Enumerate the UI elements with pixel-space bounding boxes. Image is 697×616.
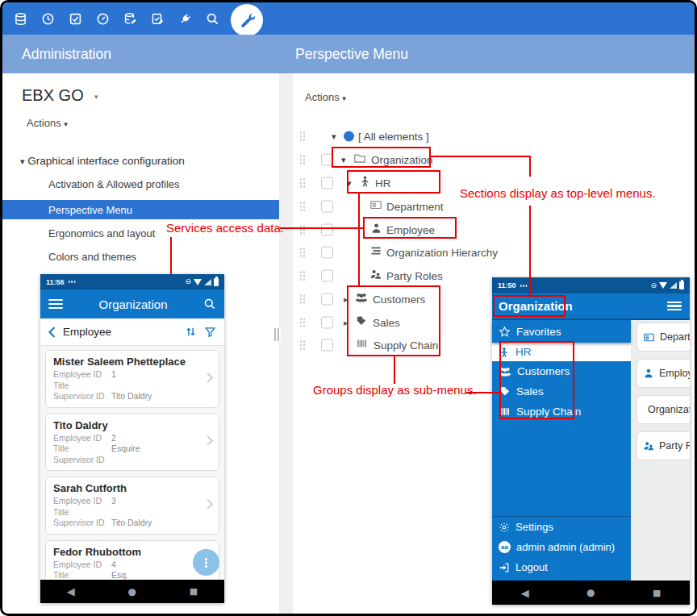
tree-node-graphical-config[interactable]: ▾ Graphical interface configuration — [20, 155, 185, 167]
phone-status-bar: 11:50 ⊖ — [492, 277, 690, 293]
phone-side-menu: Favorites HR Customers Sales Supply Chai… — [492, 320, 631, 581]
sort-icon — [185, 326, 197, 338]
drag-handle-icon[interactable] — [299, 318, 306, 328]
caret-down-icon[interactable]: ▾ — [341, 156, 346, 164]
star-icon — [499, 326, 511, 338]
tree-row-employee[interactable]: Employee — [293, 219, 697, 240]
row-checkbox[interactable] — [321, 154, 333, 166]
wifi-icon — [194, 279, 202, 285]
sidebar-item-activation[interactable]: Activation & Allowed profiles — [48, 178, 180, 190]
row-checkbox[interactable] — [321, 201, 333, 213]
row-checkbox[interactable] — [321, 293, 333, 306]
submenu-card-employee: Employee — [636, 359, 690, 388]
row-checkbox[interactable] — [321, 247, 333, 259]
people-group-icon — [355, 291, 368, 307]
caret-right-icon[interactable]: ▸ — [344, 295, 348, 304]
phone-status-bar: 11:56 ⊖ — [40, 274, 224, 289]
phone-list-toolbar: Employee — [40, 318, 224, 346]
hamburger-menu-icon — [667, 302, 682, 311]
drag-handle-icon[interactable] — [299, 225, 306, 235]
panel-resize-handle[interactable] — [274, 328, 281, 341]
field-value: 3 — [111, 496, 116, 507]
sidebar-item-colors[interactable]: Colors and themes — [48, 251, 136, 263]
tree-row-organization[interactable]: ▾ Organization — [293, 149, 697, 170]
tree-row-org-hierarchy[interactable]: Organization Hierarchy — [293, 242, 697, 263]
workflow-edit-icon[interactable] — [144, 2, 171, 35]
drag-handle-icon[interactable] — [299, 294, 306, 305]
left-actions-menu[interactable]: Actions ▾ — [27, 117, 68, 129]
database-icon[interactable] — [6, 2, 34, 35]
tree-row-all-elements[interactable]: ▾ [ All elements ] — [293, 126, 697, 147]
phone-menu-header: Organization — [492, 293, 690, 320]
drag-handle-icon[interactable] — [299, 131, 306, 142]
right-actions-menu[interactable]: Actions ▾ — [305, 91, 346, 103]
drag-handle-icon[interactable] — [299, 155, 306, 165]
drag-handle-icon[interactable] — [299, 271, 306, 281]
submenu-label: Party Roles — [659, 440, 690, 452]
left-section-title: Administration — [22, 35, 111, 73]
drag-handle-icon[interactable] — [299, 202, 306, 212]
phone-submenu-panel: Department Employee Organization Hierarc… — [631, 320, 690, 581]
submenu-card-org-hierarchy: Organization Hierarchy — [636, 395, 690, 424]
drag-handle-icon[interactable] — [299, 248, 306, 258]
row-checkbox[interactable] — [321, 224, 333, 236]
caret-down-icon[interactable]: ▾ — [347, 179, 352, 188]
task-check-icon[interactable] — [61, 2, 89, 35]
android-nav-bar: ◀ ● ■ — [40, 580, 224, 603]
submenu-label: Employee — [659, 368, 690, 379]
field-value: 4 — [111, 560, 116, 571]
chevron-right-icon — [207, 372, 213, 386]
row-checkbox[interactable] — [321, 177, 333, 189]
field-label: Title — [53, 381, 111, 392]
fab-more-button — [193, 549, 219, 576]
field-value: 1 — [111, 369, 116, 381]
menu-label: Favorites — [516, 326, 561, 338]
android-home-icon: ● — [586, 588, 595, 597]
chevron-down-icon: ▾ — [342, 94, 346, 102]
sidebar-item-ergonomics[interactable]: Ergonomics and layout — [48, 227, 155, 239]
row-checkbox[interactable] — [321, 317, 333, 329]
dashboard-gauge-icon[interactable] — [89, 2, 116, 35]
sidebar-item-perspective-menu[interactable]: Perspective Menu — [2, 200, 279, 219]
row-checkbox[interactable] — [321, 270, 333, 282]
android-recents-icon: ■ — [653, 589, 661, 597]
android-home-icon: ● — [128, 587, 136, 597]
dnd-icon: ⊖ — [185, 278, 191, 285]
perspective-dropdown-caret[interactable]: ▾ — [94, 93, 98, 101]
status-time: 11:50 — [498, 281, 516, 289]
admin-wrench-icon[interactable] — [231, 4, 263, 36]
tree-label: Department — [386, 201, 444, 213]
logout-icon — [499, 562, 510, 573]
caret-right-icon[interactable]: ▸ — [344, 318, 348, 327]
caret-down-icon[interactable]: ▾ — [332, 132, 336, 141]
menu-item-logout: Logout — [492, 557, 631, 577]
phone-mockup-perspective-menu: 11:50 ⊖ Organization Favorites HR — [492, 277, 690, 605]
panel-divider — [279, 73, 293, 614]
tree-label: Supply Chain — [374, 339, 438, 352]
card-icon — [643, 331, 655, 343]
vertical-dots-icon — [205, 557, 207, 568]
search-icon[interactable] — [198, 2, 226, 35]
android-back-icon: ◀ — [521, 588, 529, 598]
chevron-right-icon — [207, 435, 213, 449]
field-value: Esq. — [111, 570, 128, 580]
row-checkbox[interactable] — [321, 339, 333, 352]
field-label: Supervisor ID — [53, 455, 111, 466]
person-standing-icon — [499, 347, 510, 358]
menu-item-supply-chain: Supply Chain — [492, 402, 631, 422]
field-label: Title — [53, 443, 111, 455]
data-edit-icon[interactable] — [116, 2, 144, 35]
all-elements-dot — [344, 131, 354, 142]
party-roles-icon — [369, 268, 382, 284]
integration-plug-icon[interactable] — [171, 2, 198, 35]
caret-down-icon[interactable]: ▾ — [20, 156, 25, 166]
person-standing-icon — [359, 176, 371, 191]
drag-handle-icon[interactable] — [299, 340, 306, 351]
field-label: Employee ID — [53, 560, 111, 571]
app-window: Administration Perspective Menu EBX GO ▾… — [0, 0, 697, 616]
drag-handle-icon[interactable] — [299, 178, 306, 189]
clock-icon[interactable] — [34, 2, 61, 35]
menu-label: HR — [515, 346, 532, 358]
tag-icon — [499, 385, 511, 397]
android-back-icon: ◀ — [67, 586, 75, 597]
